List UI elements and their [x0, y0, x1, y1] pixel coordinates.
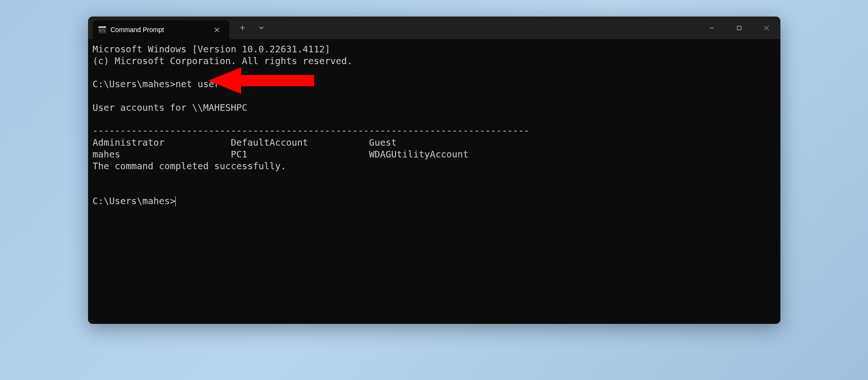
prompt-2-path: C:\Users\mahes>	[93, 196, 176, 207]
prompt-1-command: net user	[176, 79, 220, 90]
new-tab-button[interactable]	[234, 19, 251, 36]
tab-command-prompt[interactable]: C:\ Command Prompt	[93, 20, 229, 39]
terminal-output[interactable]: Microsoft Windows [Version 10.0.22631.41…	[88, 39, 780, 324]
svg-marker-4	[208, 67, 314, 94]
line-version: Microsoft Windows [Version 10.0.22631.41…	[93, 44, 331, 55]
success-line: The command completed successfully.	[93, 161, 286, 172]
svg-rect-3	[738, 26, 741, 30]
titlebar-actions	[229, 17, 270, 39]
tab-dropdown-button[interactable]	[253, 19, 270, 36]
cmd-icon: C:\	[98, 26, 106, 33]
titlebar[interactable]: C:\ Command Prompt	[88, 17, 780, 39]
minimize-button[interactable]	[698, 17, 726, 39]
line-copyright: (c) Microsoft Corporation. All rights re…	[93, 56, 353, 66]
close-window-button[interactable]	[753, 17, 780, 39]
accounts-header: User accounts for \\MAHESHPC	[93, 102, 248, 113]
terminal-window: C:\ Command Prompt	[88, 17, 780, 324]
window-controls	[698, 17, 780, 39]
svg-rect-1	[98, 26, 106, 28]
titlebar-drag-region[interactable]	[270, 17, 698, 39]
prompt-1-path: C:\Users\mahes>	[93, 79, 176, 90]
annotation-arrow-icon	[208, 66, 314, 96]
tab-title: Command Prompt	[111, 26, 207, 33]
text-cursor	[175, 196, 176, 207]
svg-text:C:\: C:\	[99, 29, 105, 33]
user-row-2: mahes PC1 WDAGUtilityAccount	[93, 149, 469, 160]
maximize-button[interactable]	[726, 17, 753, 39]
tab-close-button[interactable]	[211, 24, 223, 35]
separator-line: ----------------------------------------…	[93, 125, 529, 136]
user-row-1: Administrator DefaultAccount Guest	[93, 137, 397, 148]
